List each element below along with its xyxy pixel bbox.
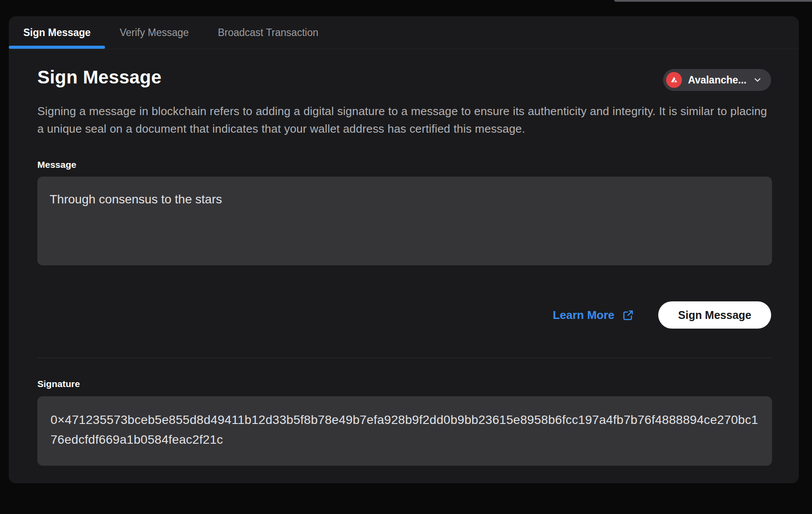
sign-message-panel: Sign Message Verify Message Broadcast Tr… bbox=[9, 16, 799, 483]
panel-content: Sign Message Avalanche... Signing a mess… bbox=[9, 49, 799, 466]
tab-sign-message[interactable]: Sign Message bbox=[9, 16, 105, 49]
external-link-icon bbox=[622, 309, 634, 321]
sign-message-button[interactable]: Sign Message bbox=[658, 301, 771, 329]
section-divider bbox=[37, 358, 772, 358]
tab-bar: Sign Message Verify Message Broadcast Tr… bbox=[9, 16, 799, 49]
tab-verify-message[interactable]: Verify Message bbox=[105, 16, 203, 49]
network-selector-label: Avalanche... bbox=[688, 74, 747, 86]
header-row: Sign Message Avalanche... bbox=[37, 66, 771, 91]
tab-label: Broadcast Transaction bbox=[218, 27, 319, 39]
tab-label: Verify Message bbox=[120, 27, 188, 39]
page-description: Signing a message in blockchain refers t… bbox=[37, 102, 773, 138]
network-selector-dropdown[interactable]: Avalanche... bbox=[663, 69, 771, 91]
chevron-down-icon bbox=[753, 75, 762, 85]
signature-field-label: Signature bbox=[37, 379, 771, 389]
learn-more-link[interactable]: Learn More bbox=[553, 308, 634, 322]
message-field-label: Message bbox=[37, 159, 771, 170]
cutoff-toolbar-edge bbox=[614, 0, 812, 2]
page-title: Sign Message bbox=[37, 66, 162, 89]
learn-more-label: Learn More bbox=[553, 308, 614, 322]
avalanche-logo-icon bbox=[666, 72, 682, 88]
signature-output: 0×471235573bceb5e855d8d49411b12d33b5f8b7… bbox=[37, 396, 772, 466]
tab-broadcast-transaction[interactable]: Broadcast Transaction bbox=[203, 16, 333, 49]
message-input[interactable]: Through consensus to the stars bbox=[37, 177, 772, 265]
tab-label: Sign Message bbox=[23, 27, 91, 39]
actions-row: Learn More Sign Message bbox=[37, 301, 771, 329]
